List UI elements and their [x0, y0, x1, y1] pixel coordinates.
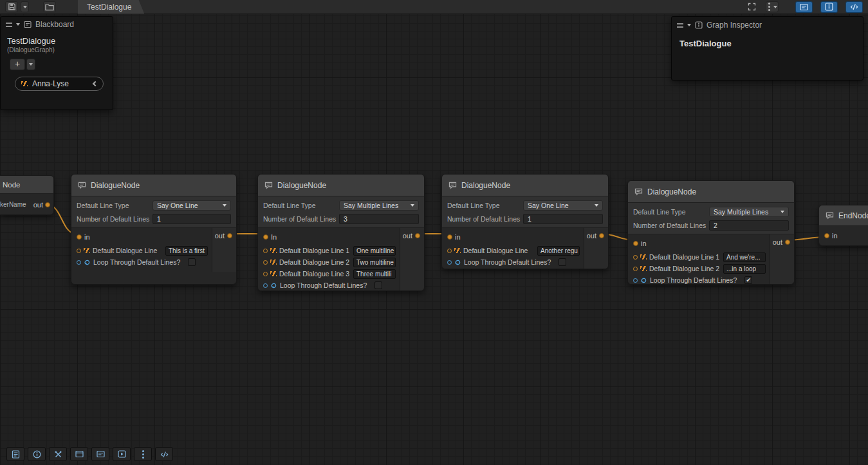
- more-icon: [768, 6, 770, 8]
- line-type-dropdown[interactable]: Say Multiple Lines: [339, 200, 419, 211]
- bool-port[interactable]: [263, 283, 268, 288]
- tools-button[interactable]: [49, 447, 67, 461]
- blackboard-button[interactable]: [91, 447, 109, 461]
- dropdown-value: Say Multiple Lines: [344, 202, 398, 209]
- collapse-caret-icon[interactable]: [687, 24, 691, 26]
- frame-icon: [748, 3, 756, 11]
- line-value-field[interactable]: ...in a loop: [723, 264, 766, 274]
- bool-port[interactable]: [77, 260, 81, 265]
- line-type-dropdown[interactable]: Say Multiple Lines: [709, 207, 789, 217]
- out-port[interactable]: [415, 233, 420, 238]
- save-icon: [8, 3, 16, 11]
- out-port[interactable]: [227, 233, 232, 238]
- more-button[interactable]: [134, 447, 152, 461]
- start-node[interactable]: Node kerName out: [0, 175, 54, 215]
- in-port[interactable]: [824, 233, 829, 238]
- node-title-bar[interactable]: DialogueNode: [442, 175, 608, 196]
- string-port[interactable]: [263, 260, 268, 265]
- info-button[interactable]: [28, 447, 46, 461]
- loop-checkbox[interactable]: ✔: [744, 276, 752, 284]
- loop-checkbox[interactable]: [374, 281, 382, 289]
- num-lines-field[interactable]: 2: [709, 220, 789, 231]
- add-property-button[interactable]: +: [10, 59, 25, 70]
- node-title: EndNode: [838, 211, 868, 220]
- line-value-field[interactable]: Another regu: [537, 246, 580, 256]
- play-button[interactable]: [113, 447, 131, 461]
- node-title-bar[interactable]: EndNode: [819, 205, 868, 226]
- graph-canvas[interactable]: Node kerName out DialogueNode Default Li…: [0, 0, 868, 465]
- in-port[interactable]: [263, 234, 268, 240]
- out-port[interactable]: [599, 233, 604, 238]
- line-type-dropdown[interactable]: Say One Line: [523, 200, 603, 211]
- string-port[interactable]: [447, 249, 452, 253]
- blackboard-field-anna-lyse[interactable]: Anna-Lyse: [15, 77, 104, 91]
- code-button[interactable]: [155, 447, 173, 461]
- line-value-field[interactable]: Two multiline: [353, 258, 396, 267]
- node-title-bar[interactable]: Node: [0, 176, 53, 194]
- node-title: DialogueNode: [647, 187, 696, 196]
- bool-port[interactable]: [447, 260, 452, 265]
- quote-icon: [84, 248, 90, 253]
- code-icon: [850, 3, 858, 11]
- string-port[interactable]: [633, 255, 638, 260]
- inspector-toggle-button[interactable]: [820, 1, 838, 13]
- string-port[interactable]: [633, 267, 638, 271]
- loop-checkbox[interactable]: [188, 258, 196, 266]
- open-asset-button[interactable]: [43, 1, 56, 12]
- node-title-bar[interactable]: DialogueNode: [628, 181, 794, 203]
- blackboard-toggle-button[interactable]: [795, 1, 813, 13]
- line-label: Default Dialogue Line: [93, 247, 157, 254]
- dropdown-value: Say One Line: [528, 202, 569, 209]
- dialogue-node-4[interactable]: DialogueNode Default Line Type Say Multi…: [627, 180, 795, 285]
- in-port-label: in: [832, 232, 838, 240]
- string-port[interactable]: [263, 272, 268, 276]
- out-port[interactable]: [45, 202, 50, 207]
- in-port[interactable]: [447, 234, 452, 240]
- line-label: Default Dialogue Line 1: [649, 253, 719, 261]
- in-port[interactable]: [633, 241, 638, 246]
- num-lines-field[interactable]: 1: [152, 214, 231, 224]
- dialogue-node-2[interactable]: DialogueNode Default Line Type Say Multi…: [257, 174, 425, 291]
- line-value-field[interactable]: One multiline: [353, 246, 396, 256]
- save-button[interactable]: [5, 1, 18, 12]
- inspected-graph-name: TestDialogue: [672, 33, 863, 53]
- line-value-field[interactable]: Three multili: [353, 269, 396, 279]
- num-lines-field[interactable]: 1: [523, 214, 603, 224]
- tab-testdialogue[interactable]: TestDialogue: [78, 0, 144, 14]
- code-preview-toggle-button[interactable]: [845, 1, 863, 13]
- dialogue-node-icon: [264, 182, 273, 189]
- line-value-field[interactable]: This is a first: [165, 246, 208, 256]
- chevron-left-icon[interactable]: [93, 81, 98, 86]
- bool-port[interactable]: [633, 278, 638, 283]
- num-lines-field[interactable]: 3: [339, 214, 419, 224]
- menu-icon[interactable]: [677, 23, 683, 28]
- chevron-down-icon: [411, 204, 414, 207]
- out-port[interactable]: [785, 240, 790, 245]
- node-properties: Default Line Type Say One Line Number of…: [71, 196, 236, 228]
- in-port[interactable]: [77, 234, 82, 240]
- collapse-caret-icon[interactable]: [16, 23, 20, 26]
- string-port[interactable]: [263, 249, 268, 253]
- graph-name: TestDialogue: [1, 32, 113, 46]
- node-title-bar[interactable]: DialogueNode: [258, 175, 424, 196]
- field-name: Anna-Lyse: [32, 79, 89, 88]
- document-button[interactable]: [6, 447, 24, 461]
- dialogue-node-1[interactable]: DialogueNode Default Line Type Say One L…: [71, 174, 237, 285]
- dialogue-node-3[interactable]: DialogueNode Default Line Type Say One L…: [441, 174, 609, 269]
- save-options-button[interactable]: [21, 1, 29, 12]
- line-value-field[interactable]: And we're...: [723, 252, 766, 262]
- frame-all-button[interactable]: [745, 1, 758, 12]
- end-node[interactable]: EndNode in: [818, 205, 868, 246]
- line-type-dropdown[interactable]: Say One Line: [152, 200, 231, 211]
- window-button[interactable]: [70, 447, 88, 461]
- node-title-bar[interactable]: DialogueNode: [71, 175, 236, 196]
- add-property-caret[interactable]: [26, 59, 35, 70]
- loop-checkbox[interactable]: [559, 258, 566, 266]
- line-label: Default Dialogue Line 2: [279, 258, 349, 266]
- menu-icon[interactable]: [6, 23, 12, 27]
- blackboard-header[interactable]: Blackboard: [1, 17, 113, 32]
- string-port[interactable]: [77, 249, 81, 253]
- more-options-button[interactable]: [766, 1, 779, 12]
- dropdown-value: Say Multiple Lines: [714, 208, 768, 216]
- graph-inspector-header[interactable]: Graph Inspector: [672, 17, 863, 33]
